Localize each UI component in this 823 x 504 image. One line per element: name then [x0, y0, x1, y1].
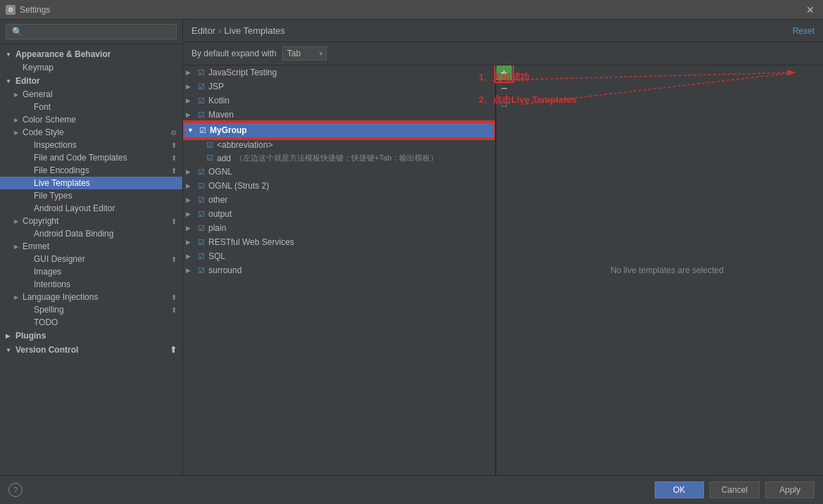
sidebar-item-language-injections[interactable]: ▶ Language Injections ⬆: [0, 291, 182, 303]
group-plain[interactable]: ▶ ☑ plain: [183, 221, 495, 235]
cancel-button[interactable]: Cancel: [710, 481, 760, 498]
group-kotlin[interactable]: ▶ ☑ Kotlin: [183, 94, 495, 108]
help-button[interactable]: ?: [8, 483, 23, 497]
sidebar-item-appearance[interactable]: ▼ Appearance & Behavior: [0, 47, 182, 61]
sidebar-label: Spelling: [34, 305, 171, 315]
apply-button[interactable]: Apply: [765, 481, 815, 498]
detail-empty: No live templates are selected: [511, 65, 823, 475]
arrow-icon: ▶: [14, 218, 23, 225]
sidebar-item-code-style[interactable]: ▶ Code Style ⚙: [0, 126, 182, 139]
sidebar-item-emmet[interactable]: ▶ Emmet: [0, 240, 182, 253]
resize-handle[interactable]: · · · · ·: [487, 234, 495, 270]
sidebar-label: File Encodings: [34, 165, 171, 175]
group-sql[interactable]: ▶ ☑ SQL: [183, 249, 495, 263]
template-item-abbreviation[interactable]: ☑ <abbreviation>: [183, 139, 495, 151]
group-surround[interactable]: ▶ ☑ surround: [183, 263, 495, 277]
sidebar-item-file-encodings[interactable]: File Encodings ⬆: [0, 164, 182, 177]
group-restful[interactable]: ▶ ☑ RESTful Web Services: [183, 235, 495, 249]
title-bar-left: ⚙ Settings: [6, 5, 50, 15]
group-maven[interactable]: ▶ ☑ Maven: [183, 108, 495, 122]
sidebar-label: Inspections: [34, 140, 171, 150]
export-icon: ⬆: [171, 306, 177, 314]
bottom-bar: ? OK Cancel Apply: [0, 475, 823, 504]
sidebar-tree: ▼ Appearance & Behavior Keymap ▼ Editor …: [0, 44, 182, 475]
search-box: [0, 20, 182, 44]
sidebar-item-general[interactable]: ▶ General: [0, 88, 182, 101]
sidebar-item-version-control[interactable]: ▼ Version Control ⬆: [0, 343, 182, 357]
sidebar-item-spelling[interactable]: Spelling ⬆: [0, 303, 182, 316]
sidebar-item-gui-designer[interactable]: GUI Designer ⬆: [0, 253, 182, 265]
checkbox-icon[interactable]: ☑: [196, 110, 206, 120]
checkbox-icon[interactable]: ☑: [205, 153, 215, 163]
group-ognl-struts[interactable]: ▶ ☑ OGNL (Struts 2): [183, 179, 495, 193]
sidebar-item-images[interactable]: Images: [0, 265, 182, 278]
close-button[interactable]: ✕: [803, 3, 817, 17]
group-javascript-testing[interactable]: ▶ ☑ JavaScript Testing: [183, 65, 495, 80]
checkbox-icon[interactable]: ☑: [198, 125, 208, 135]
group-jsp[interactable]: ▶ ☑ JSP: [183, 80, 495, 94]
arrow-icon: ▶: [14, 294, 23, 301]
sidebar-item-keymap[interactable]: Keymap: [0, 61, 182, 74]
ok-button[interactable]: OK: [655, 481, 704, 498]
checkbox-icon[interactable]: ☑: [205, 140, 215, 150]
expand-dropdown[interactable]: Tab Space Enter: [282, 46, 327, 61]
remove-template-button[interactable]: −: [496, 81, 512, 96]
expand-icon: ▶: [186, 97, 194, 104]
sidebar-item-todo[interactable]: TODO: [0, 316, 182, 329]
group-mygroup[interactable]: ▼ ☑ MyGroup: [183, 122, 495, 139]
expand-icon: ▼: [187, 127, 196, 134]
checkbox-icon[interactable]: ☑: [196, 209, 206, 219]
sidebar-item-inspections[interactable]: Inspections ⬆: [0, 139, 182, 151]
expand-icon: ▶: [186, 210, 194, 218]
expand-icon: ▶: [186, 267, 194, 274]
sidebar-item-intentions[interactable]: Intentions: [0, 278, 182, 291]
checkbox-icon[interactable]: ☑: [196, 82, 206, 92]
expand-icon: ▶: [186, 83, 194, 90]
sidebar-item-font[interactable]: Font: [0, 101, 182, 113]
sidebar-item-plugins[interactable]: ▶ Plugins: [0, 329, 182, 343]
sidebar-item-file-types[interactable]: File Types: [0, 189, 182, 202]
sidebar-item-copyright[interactable]: ▶ Copyright ⬆: [0, 215, 182, 227]
main-content: ▼ Appearance & Behavior Keymap ▼ Editor …: [0, 20, 823, 475]
sidebar-item-android-layout[interactable]: Android Layout Editor: [0, 202, 182, 215]
checkbox-icon[interactable]: ☑: [196, 223, 206, 233]
group-output[interactable]: ▶ ☑ output: [183, 207, 495, 221]
checkbox-icon[interactable]: ☑: [196, 265, 206, 275]
checkbox-icon[interactable]: ☑: [196, 167, 206, 177]
sidebar: ▼ Appearance & Behavior Keymap ▼ Editor …: [0, 20, 183, 475]
sidebar-item-android-data-binding[interactable]: Android Data Binding: [0, 227, 182, 240]
expand-icon: ▶: [186, 239, 194, 246]
checkbox-icon[interactable]: ☑: [196, 195, 206, 205]
add-template-button[interactable]: +: [496, 65, 512, 81]
group-ognl[interactable]: ▶ ☑ OGNL: [183, 165, 495, 179]
sidebar-label: File Types: [34, 191, 177, 201]
sidebar-label: General: [23, 89, 177, 99]
template-item-add[interactable]: ☑ add （左边这个就是方法模板快捷键；快捷键+Tab：输出模板）: [183, 151, 495, 165]
sidebar-label: Images: [34, 267, 177, 277]
sidebar-item-editor[interactable]: ▼ Editor: [0, 74, 182, 88]
checkbox-icon[interactable]: ☑: [196, 181, 206, 191]
checkbox-icon[interactable]: ☑: [196, 68, 206, 77]
export-icon: ⬆: [171, 218, 177, 225]
sidebar-label: Code Style: [23, 127, 170, 137]
sidebar-item-color-scheme[interactable]: ▶ Color Scheme: [0, 113, 182, 126]
panel-body: ▶ ☑ JavaScript Testing ▶ ☑ JSP ▶: [183, 65, 823, 475]
group-label: OGNL (Struts 2): [208, 181, 269, 191]
reset-button[interactable]: Reset: [793, 26, 815, 36]
expand-icon: ▶: [186, 111, 194, 118]
group-label: Maven: [208, 110, 234, 120]
checkbox-icon[interactable]: ☑: [196, 237, 206, 247]
sidebar-label: Language Injections: [23, 292, 171, 302]
sidebar-item-file-code-templates[interactable]: File and Code Templates ⬆: [0, 151, 182, 164]
sidebar-label: Color Scheme: [23, 115, 177, 125]
settings-window: ⚙ Settings ✕ ▼ Appearance & Behavior Key…: [0, 0, 823, 504]
group-other[interactable]: ▶ ☑ other: [183, 193, 495, 207]
sidebar-item-live-templates[interactable]: Live Templates: [0, 177, 182, 189]
checkbox-icon[interactable]: ☑: [196, 96, 206, 106]
copy-template-button[interactable]: ❑: [496, 96, 512, 112]
export-icon: ⬆: [171, 154, 177, 162]
search-input[interactable]: [6, 24, 177, 39]
checkbox-icon[interactable]: ☑: [196, 251, 206, 261]
group-label: JSP: [208, 82, 224, 92]
group-label: RESTful Web Services: [208, 237, 294, 247]
